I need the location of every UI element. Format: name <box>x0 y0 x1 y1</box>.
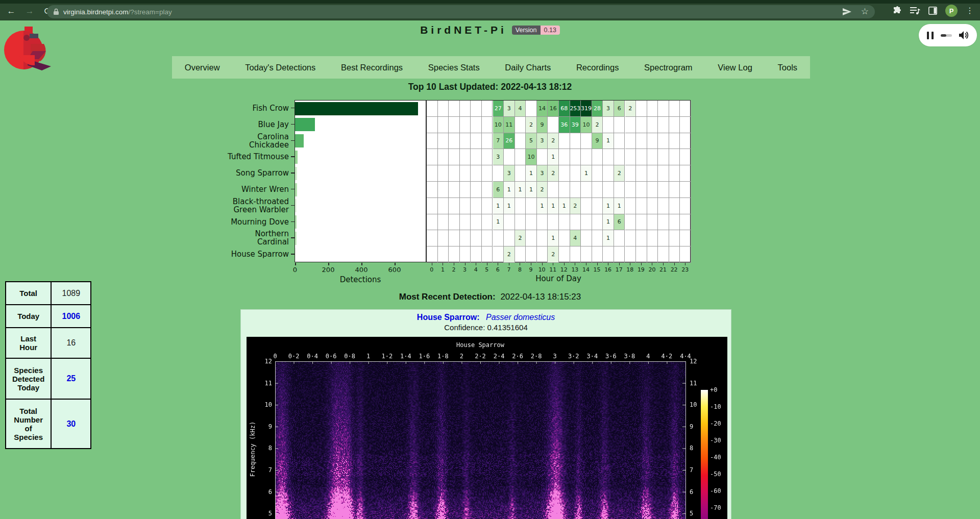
browser-menu-icon[interactable]: ⋮ <box>966 5 974 17</box>
stats-value[interactable]: 1006 <box>51 305 91 328</box>
heatmap-cell: 2 <box>526 117 537 133</box>
heatmap-cell: 1 <box>603 198 614 214</box>
nav-item-recordings[interactable]: Recordings <box>576 63 619 72</box>
heatmap-cell: 3 <box>537 165 548 182</box>
heatmap-cell: 2 <box>592 117 603 133</box>
browser-forward-button[interactable]: → <box>23 6 36 17</box>
heatmap-cell <box>592 198 603 214</box>
bookmark-star-icon[interactable]: ☆ <box>861 8 869 16</box>
y-tick <box>291 221 295 223</box>
heatmap-cell <box>427 246 438 263</box>
heatmap-cell <box>570 246 581 263</box>
browser-back-button[interactable]: ← <box>5 6 17 17</box>
nav-item-daily-charts[interactable]: Daily Charts <box>505 63 551 72</box>
heatmap-cell <box>636 182 647 198</box>
heatmap-cell <box>658 230 669 246</box>
heatmap-cell <box>636 214 647 231</box>
nav-item-best-recordings[interactable]: Best Recordings <box>341 63 403 72</box>
heatmap-cell <box>460 198 471 214</box>
heatmap-cell <box>460 101 471 117</box>
heatmap-cell: 1 <box>603 214 614 231</box>
heatmap-cell <box>636 117 647 133</box>
stats-value[interactable]: 30 <box>51 399 91 449</box>
address-bar[interactable]: virginia.birdnetpi.com/?stream=play ☆ <box>47 5 875 18</box>
heatmap-cell <box>680 182 691 198</box>
seek-slider[interactable] <box>941 34 952 37</box>
heatmap-cell <box>438 165 449 182</box>
heatmap-cell <box>658 198 669 214</box>
heatmap-cell: 2 <box>548 165 559 182</box>
heatmap-cell <box>438 246 449 263</box>
heatmap-cell: 9 <box>537 117 548 133</box>
heatmap-cell <box>537 230 548 246</box>
heatmap-cell: 1 <box>603 230 614 246</box>
heatmap-cell: 2 <box>504 246 515 263</box>
heatmap-cell <box>570 149 581 165</box>
x-tick <box>361 263 362 265</box>
volume-icon[interactable] <box>959 31 969 40</box>
heatmap-cell <box>559 182 570 198</box>
heatmap-cell: 1 <box>548 230 559 246</box>
page-title: BirdNET-Pi <box>420 24 507 36</box>
heatmap-cell <box>636 165 647 182</box>
heatmap-cell <box>581 230 592 246</box>
species-label-northern-cardinal: NorthernCardinal <box>212 230 289 246</box>
heatmap-cell: 68 <box>559 101 570 117</box>
extensions-icon[interactable] <box>893 6 902 15</box>
hour-tick-label: 8 <box>518 266 522 273</box>
heatmap-cell <box>625 133 636 150</box>
heatmap-cell <box>636 246 647 263</box>
media-controls-icon[interactable] <box>910 7 920 15</box>
heatmap-cell <box>471 214 482 231</box>
heatmap-cell: 1 <box>526 182 537 198</box>
heatmap-cell: 3 <box>603 101 614 117</box>
heatmap-cell <box>669 214 680 231</box>
heatmap-cell <box>482 101 493 117</box>
stats-value[interactable]: 25 <box>51 358 91 399</box>
hour-tick-label: 4 <box>474 266 478 273</box>
y-tick <box>291 205 295 206</box>
nav-item-overview[interactable]: Overview <box>185 63 220 72</box>
nav-item-species-stats[interactable]: Species Stats <box>428 63 480 72</box>
bar-carolina-chickadee <box>295 134 304 147</box>
heatmap-cell: 2 <box>515 230 526 246</box>
side-panel-icon[interactable] <box>928 7 937 15</box>
nav-item-today-s-detections[interactable]: Today's Detections <box>245 63 315 72</box>
audio-player[interactable] <box>919 24 977 46</box>
pause-button[interactable] <box>927 32 934 39</box>
heatmap-cell: 11 <box>504 117 515 133</box>
send-icon[interactable] <box>842 8 852 16</box>
x-tick <box>542 263 543 265</box>
detection-species-link[interactable]: House Sparrow: <box>417 313 480 322</box>
x-tick <box>663 263 664 265</box>
heatmap-cell <box>636 101 647 117</box>
heatmap-cell <box>636 198 647 214</box>
heatmap-cell <box>658 133 669 150</box>
heatmap-cell <box>482 198 493 214</box>
heatmap-cell <box>427 149 438 165</box>
heatmap-cell <box>570 133 581 150</box>
heatmap-cell <box>438 198 449 214</box>
heatmap-cell <box>581 149 592 165</box>
x-tick <box>476 263 476 265</box>
heatmap-cell <box>592 230 603 246</box>
nav-item-tools[interactable]: Tools <box>778 63 798 72</box>
species-label-carolina-chickadee: CarolinaChickadee <box>212 133 289 149</box>
heatmap-cell <box>669 246 680 263</box>
species-label-fish-crow: Fish Crow <box>212 104 289 112</box>
heatmap-cell <box>482 214 493 231</box>
bar-black-throated-green-warbler <box>295 199 297 212</box>
profile-avatar[interactable]: P <box>945 5 958 17</box>
heatmap-cell <box>570 214 581 231</box>
heatmap-cell <box>460 214 471 231</box>
species-label-house-sparrow: House Sparrow <box>212 250 289 258</box>
nav-item-view-log[interactable]: View Log <box>718 63 752 72</box>
heatmap-cell <box>647 101 658 117</box>
version-badge: Version 0.13 <box>512 26 560 35</box>
stats-row-total-number-of-species: Total Number of Species30 <box>6 399 91 449</box>
heatmap-cell <box>669 149 680 165</box>
heatmap-cell <box>537 149 548 165</box>
nav-item-spectrogram[interactable]: Spectrogram <box>644 63 692 72</box>
heatmap-cell: 10 <box>581 117 592 133</box>
x-tick <box>395 263 396 265</box>
